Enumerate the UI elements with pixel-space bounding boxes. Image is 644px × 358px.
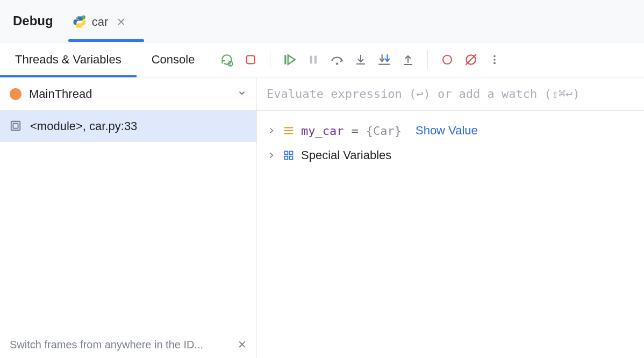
group-icon: [282, 148, 296, 162]
separator: [427, 50, 428, 69]
svg-point-14: [494, 59, 496, 61]
svg-rect-5: [247, 56, 255, 64]
step-out-icon[interactable]: [400, 52, 416, 67]
python-icon: [73, 15, 87, 29]
mute-breakpoints-icon[interactable]: [463, 52, 478, 67]
svg-rect-8: [314, 56, 317, 64]
status-tip-close-icon[interactable]: ✕: [238, 338, 247, 351]
stop-icon[interactable]: [243, 52, 258, 67]
svg-rect-17: [13, 123, 18, 128]
step-into-my-code-icon[interactable]: [377, 52, 392, 67]
rerun-icon[interactable]: [219, 52, 234, 67]
svg-point-1: [81, 26, 82, 27]
variable-equals: =: [351, 124, 358, 138]
thread-name: MainThread: [29, 87, 92, 101]
step-into-icon[interactable]: [353, 52, 368, 67]
debug-toolbar: [219, 42, 502, 77]
chevron-right-icon[interactable]: [267, 152, 276, 159]
step-over-icon[interactable]: [330, 52, 345, 67]
variable-name: my_car: [301, 124, 344, 138]
svg-point-4: [230, 62, 231, 63]
tab-label: car: [92, 15, 109, 29]
svg-rect-24: [290, 156, 293, 160]
svg-rect-22: [290, 152, 293, 155]
status-tip: Switch frames from anywhere in the ID...…: [0, 331, 256, 358]
svg-rect-6: [285, 55, 287, 64]
variable-my-car[interactable]: my_car = {Car} Show Value: [262, 118, 639, 143]
status-tip-text: Switch frames from anywhere in the ID...: [10, 339, 232, 351]
main-split: MainThread <module>, car.py:33 Switch fr…: [0, 77, 644, 358]
tab-console[interactable]: Console: [137, 42, 210, 77]
svg-rect-23: [285, 156, 288, 160]
variable-type: {Car}: [366, 124, 402, 138]
svg-point-13: [494, 55, 496, 58]
threads-pane: MainThread <module>, car.py:33 Switch fr…: [0, 77, 257, 358]
svg-rect-21: [285, 152, 288, 155]
svg-point-10: [443, 55, 452, 64]
tab-car[interactable]: car ✕: [73, 0, 126, 42]
view-breakpoints-icon[interactable]: [440, 52, 455, 67]
chevron-down-icon[interactable]: [237, 87, 247, 101]
special-variables-label: Special Variables: [301, 148, 391, 162]
variable-special[interactable]: Special Variables: [262, 143, 639, 168]
object-icon: [282, 124, 296, 138]
thread-main[interactable]: MainThread: [0, 77, 256, 111]
stack-frame-module[interactable]: <module>, car.py:33: [0, 111, 256, 142]
separator: [270, 50, 270, 69]
show-value-link[interactable]: Show Value: [416, 124, 478, 138]
stack-frame-label: <module>, car.py:33: [30, 119, 137, 133]
resume-icon[interactable]: [282, 52, 297, 67]
svg-rect-7: [310, 56, 312, 64]
tab-threads-variables[interactable]: Threads & Variables: [0, 42, 137, 77]
evaluate-expression-row[interactable]: [257, 77, 644, 111]
pause-icon: [306, 52, 321, 67]
svg-rect-16: [11, 121, 20, 131]
variables-pane: my_car = {Car} Show Value Special Variab…: [257, 77, 644, 358]
variables-list: my_car = {Car} Show Value Special Variab…: [257, 111, 644, 175]
svg-point-0: [77, 17, 78, 18]
tab-underline: [68, 39, 145, 42]
svg-point-2: [81, 15, 85, 19]
chevron-right-icon[interactable]: [267, 127, 276, 134]
thread-status-icon: [10, 88, 22, 100]
svg-point-9: [336, 62, 338, 65]
more-icon[interactable]: [487, 52, 502, 67]
frame-icon: [10, 120, 23, 133]
tab-close-icon[interactable]: ✕: [117, 16, 126, 28]
debug-subbar: Threads & Variables Console: [0, 42, 644, 77]
svg-point-15: [494, 62, 496, 65]
evaluate-expression-input[interactable]: [267, 87, 634, 101]
debug-title: Debug: [13, 13, 53, 28]
debug-header: Debug car ✕: [0, 0, 644, 42]
